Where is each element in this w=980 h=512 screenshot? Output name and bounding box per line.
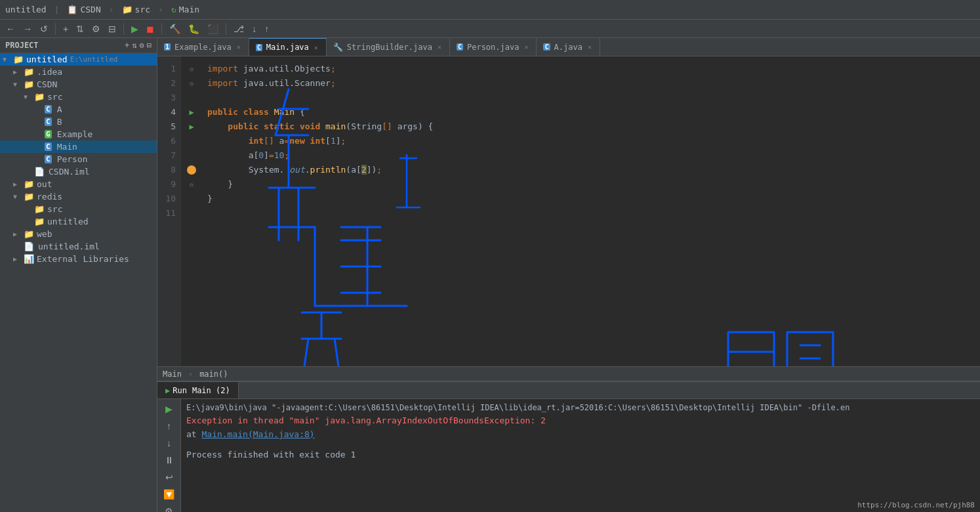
- git-button[interactable]: ⎇: [230, 22, 247, 35]
- sidebar-item-redis-src[interactable]: 📁 src: [0, 203, 157, 215]
- label-csdn-iml: CSDN.iml: [49, 167, 90, 177]
- run-stack-trace: at Main.main(Main.java:8): [186, 428, 975, 442]
- label-ext-libs: External Libraries: [37, 254, 129, 264]
- label-csdn: CSDN: [37, 79, 57, 89]
- run-content: ▶ ↑ ↓ ⏸ ↩ 🔽 ⚙ 📌 ✕ E:\java9\bin\java "-ja…: [157, 399, 980, 512]
- tab-example[interactable]: 1 Example.java ✕: [157, 38, 249, 56]
- gutter-8: [181, 163, 202, 177]
- tab-close-sb[interactable]: ✕: [436, 43, 443, 51]
- tab-a[interactable]: C A.java ✕: [537, 38, 600, 56]
- build-button[interactable]: 🔨: [166, 22, 184, 35]
- sidebar-item-csdn-iml[interactable]: 📄 CSDN.iml: [0, 165, 157, 178]
- ln-8: 8: [160, 163, 178, 177]
- sidebar-item-untitled-iml[interactable]: 📄 untitled.iml: [0, 240, 157, 253]
- ln-10: 10: [160, 192, 178, 206]
- breadcrumb-main: Main: [163, 370, 182, 379]
- stack-at: at: [186, 429, 201, 439]
- sidebar-add-icon[interactable]: +: [125, 41, 129, 50]
- tab-person[interactable]: C Person.java ✕: [450, 38, 537, 56]
- sidebar-item-web[interactable]: ▶ 📁 web: [0, 228, 157, 240]
- sidebar-item-main[interactable]: C Main: [0, 140, 157, 153]
- editor-area[interactable]: 1 2 3 4 5 6 7 8 9 10 11 ⊖: [157, 56, 980, 366]
- tab-close-example[interactable]: ✕: [235, 43, 242, 51]
- run-icon-5[interactable]: ▶: [189, 122, 194, 131]
- sidebar-item-a[interactable]: C A: [0, 103, 157, 116]
- stack-link[interactable]: Main.main(Main.java:8): [201, 429, 314, 439]
- folder-icon-untitled: 📁: [13, 54, 24, 64]
- tab-stringbuilder[interactable]: 🔧 StringBuilder.java ✕: [327, 38, 450, 56]
- title-csdn[interactable]: 📋 CSDN: [67, 5, 100, 14]
- title-src[interactable]: 📁 src: [122, 5, 150, 14]
- expand-button[interactable]: ⊟: [105, 22, 119, 35]
- run-tab-run[interactable]: ▶ Run Main (2): [157, 382, 239, 398]
- iml-icon-untitled: 📄: [24, 242, 34, 251]
- sidebar-item-src[interactable]: ▼ 📁 src: [0, 91, 157, 103]
- label-main: Main: [57, 142, 77, 152]
- breadcrumb-method: main(): [199, 370, 228, 379]
- code-line-6: int[] a=new int[1];: [207, 134, 975, 148]
- sidebar-item-untitled[interactable]: ▼ 📁 untitled E:\untitled: [0, 53, 157, 66]
- tab-close-person[interactable]: ✕: [523, 43, 529, 51]
- ln-7: 7: [160, 148, 178, 163]
- sidebar-item-redis-untitled[interactable]: 📁 untitled: [0, 215, 157, 228]
- debug-button[interactable]: 🐛: [185, 22, 203, 35]
- run-button[interactable]: ▶: [128, 22, 142, 35]
- settings-button[interactable]: ⚙: [89, 22, 104, 35]
- label-out: out: [37, 179, 52, 189]
- title-bar: untitled | 📋 CSDN › 📁 src › ↻ Main: [0, 0, 980, 20]
- code-display: import java.util.Objects; import java.ut…: [202, 56, 980, 366]
- sidebar-item-ext-libs[interactable]: ▶ 📊 External Libraries: [0, 253, 157, 265]
- back-button[interactable]: ←: [3, 22, 18, 35]
- sidebar-item-person[interactable]: C Person: [0, 153, 157, 165]
- ln-4: 4: [160, 105, 178, 119]
- push-button[interactable]: ↑: [261, 22, 272, 35]
- sync-button[interactable]: ⇅: [73, 22, 87, 35]
- title-main[interactable]: ↻ Main: [171, 5, 199, 14]
- line-numbers: 1 2 3 4 5 6 7 8 9 10 11: [157, 56, 181, 366]
- sidebar-item-redis[interactable]: ▼ 📁 redis: [0, 190, 157, 203]
- fold-1: ⊖: [190, 66, 194, 73]
- tab-main[interactable]: C Main.java ✕: [249, 38, 327, 56]
- run-rerun-button[interactable]: ▶: [161, 402, 177, 416]
- run-finish-text: Process finished with exit code 1: [186, 450, 356, 459]
- run-settings-button[interactable]: ⚙: [161, 504, 177, 512]
- title-project[interactable]: untitled: [5, 5, 47, 14]
- forward-button[interactable]: →: [20, 22, 35, 35]
- sidebar-gear-icon[interactable]: ⚙: [140, 41, 144, 50]
- run-filter-button[interactable]: 🔽: [161, 487, 177, 501]
- blog-link[interactable]: https://blog.csdn.net/pjh88: [857, 501, 975, 509]
- content-area: 1 Example.java ✕ C Main.java ✕ 🔧 StringB…: [157, 38, 980, 512]
- sidebar-item-example[interactable]: G Example: [0, 128, 157, 140]
- ln-6: 6: [160, 134, 178, 148]
- tab-close-main[interactable]: ✕: [313, 43, 319, 52]
- sidebar-sync-icon[interactable]: ⇅: [132, 41, 136, 50]
- blog-url: https://blog.csdn.net/pjh88: [857, 501, 975, 509]
- run-pause-button[interactable]: ⏸: [161, 453, 177, 467]
- sidebar-item-b[interactable]: C B: [0, 116, 157, 128]
- sidebar-collapse-icon[interactable]: ⊟: [147, 41, 152, 50]
- run-icon-4[interactable]: ▶: [189, 108, 194, 117]
- gutter: ⊖ ⊖ ▶ ▶: [181, 56, 202, 366]
- gutter-3: [181, 91, 202, 105]
- title-src-label: src: [135, 5, 150, 14]
- breakpoint-8: [187, 165, 196, 175]
- sidebar-item-out[interactable]: ▶ 📁 out: [0, 178, 157, 190]
- run-scroll-down-button[interactable]: ↓: [161, 436, 177, 450]
- sidebar-item-csdn[interactable]: ▼ 📁 CSDN: [0, 78, 157, 91]
- coverage-button[interactable]: ⬛: [204, 22, 222, 35]
- run-output: E:\java9\bin\java "-javaagent:C:\Users\8…: [181, 399, 980, 512]
- tab-icon-main: C: [256, 44, 262, 51]
- gutter-11: [181, 206, 202, 221]
- code-line-2: import java.util.Scanner;: [207, 76, 975, 91]
- stop-button[interactable]: ◼: [143, 22, 157, 35]
- gutter-6: [181, 134, 202, 148]
- add-button[interactable]: +: [60, 22, 71, 35]
- vcs-button[interactable]: ↓: [249, 22, 260, 35]
- tab-close-a[interactable]: ✕: [586, 43, 593, 51]
- sidebar-item-idea[interactable]: ▶ 📁 .idea: [0, 66, 157, 78]
- run-scroll-up-button[interactable]: ↑: [161, 419, 177, 433]
- run-softrap-button[interactable]: ↩: [161, 470, 177, 484]
- refresh-button[interactable]: ↺: [37, 22, 51, 35]
- code-line-5: public static void main(String[] args) {: [207, 119, 975, 134]
- folder-icon-out: 📁: [24, 179, 34, 189]
